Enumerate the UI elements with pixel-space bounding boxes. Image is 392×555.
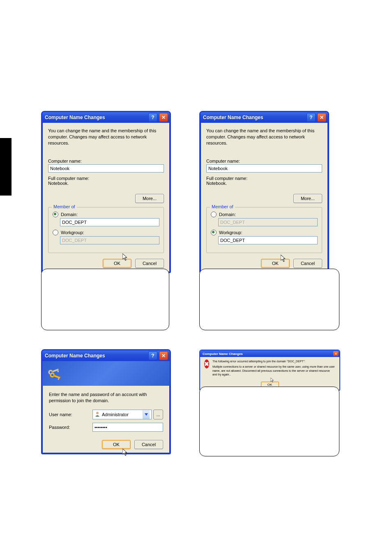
computer-name-input[interactable] bbox=[206, 164, 322, 173]
domain-radio-label: Domain: bbox=[61, 212, 78, 217]
error-line-2: Multiple connections to a server or shar… bbox=[212, 365, 335, 376]
dialog-title: Computer Name Changes bbox=[45, 115, 147, 120]
error-line-1: The following error occurred attempting … bbox=[212, 359, 335, 363]
svg-marker-11 bbox=[145, 413, 148, 416]
svg-marker-12 bbox=[122, 449, 127, 456]
titlebar: Computer Name Changes ? ✕ bbox=[42, 112, 170, 123]
close-button[interactable]: ✕ bbox=[159, 351, 168, 360]
cursor-icon bbox=[270, 378, 274, 383]
svg-rect-8 bbox=[53, 375, 60, 378]
error-icon: ✖ bbox=[204, 359, 209, 368]
domain-input-disabled bbox=[218, 218, 318, 226]
member-of-groupbox: Member of Domain: Workgroup: bbox=[206, 207, 322, 253]
username-combobox[interactable]: Administrator bbox=[92, 410, 152, 419]
credentials-banner bbox=[42, 361, 170, 386]
computer-name-label: Computer name: bbox=[206, 159, 322, 164]
member-of-legend: Member of bbox=[52, 204, 77, 209]
domain-input[interactable] bbox=[60, 218, 159, 226]
password-input[interactable] bbox=[92, 423, 163, 432]
browse-button[interactable]: ... bbox=[153, 410, 163, 419]
cancel-button[interactable]: Cancel bbox=[293, 259, 322, 268]
error-dialog: Computer Name Changes ✕ ✖ The following … bbox=[199, 350, 340, 391]
close-button[interactable]: ✕ bbox=[333, 351, 338, 356]
dialog-title: Computer Name Changes bbox=[203, 115, 305, 120]
dialog-title: Computer Name Changes bbox=[45, 353, 147, 359]
dialog-description: You can change the name and the membersh… bbox=[48, 128, 164, 146]
help-button[interactable]: ? bbox=[148, 351, 157, 360]
full-computer-name-label: Full computer name: bbox=[48, 176, 164, 181]
workgroup-radio[interactable] bbox=[211, 230, 217, 235]
more-button[interactable]: More... bbox=[135, 194, 164, 203]
user-icon bbox=[95, 411, 100, 418]
workgroup-input[interactable] bbox=[218, 236, 318, 244]
computer-name-changes-dialog-workgroup: Computer Name Changes ? ✕ You can change… bbox=[199, 111, 329, 273]
workgroup-radio[interactable] bbox=[53, 230, 58, 235]
member-of-groupbox: Member of Domain: Workgroup: bbox=[48, 207, 164, 253]
cursor-icon bbox=[122, 253, 128, 262]
dialog-description: You can change the name and the membersh… bbox=[206, 128, 322, 146]
full-computer-name-value: Notebook. bbox=[206, 181, 322, 186]
cancel-button[interactable]: Cancel bbox=[134, 440, 163, 449]
username-value: Administrator bbox=[102, 412, 141, 417]
ok-button[interactable]: OK bbox=[102, 440, 131, 449]
page-side-tab bbox=[0, 138, 12, 196]
workgroup-radio-label: Workgroup: bbox=[219, 230, 242, 235]
workgroup-radio-label: Workgroup: bbox=[61, 230, 84, 235]
close-button[interactable]: ✕ bbox=[317, 113, 326, 122]
svg-point-10 bbox=[96, 412, 99, 414]
help-button[interactable]: ? bbox=[148, 113, 157, 122]
workgroup-input-disabled bbox=[60, 236, 159, 244]
placeholder-box bbox=[199, 387, 339, 456]
svg-marker-0 bbox=[122, 253, 127, 260]
placeholder-box bbox=[199, 269, 339, 330]
chevron-down-icon[interactable] bbox=[143, 410, 150, 419]
password-label: Password: bbox=[49, 425, 89, 430]
member-of-legend: Member of bbox=[210, 204, 235, 209]
domain-radio[interactable] bbox=[211, 212, 217, 217]
help-button[interactable]: ? bbox=[307, 113, 316, 122]
keys-icon bbox=[46, 365, 63, 382]
full-computer-name-label: Full computer name: bbox=[206, 176, 322, 181]
domain-radio[interactable] bbox=[53, 212, 58, 217]
cursor-icon bbox=[281, 255, 286, 263]
dialog-title: Computer Name Changes bbox=[203, 352, 243, 356]
computer-name-changes-dialog-domain: Computer Name Changes ? ✕ You can change… bbox=[41, 111, 171, 273]
cancel-button[interactable]: Cancel bbox=[135, 259, 164, 268]
domain-radio-label: Domain: bbox=[219, 212, 236, 217]
svg-marker-13 bbox=[270, 378, 273, 382]
credentials-dialog: Computer Name Changes ? ✕ En bbox=[41, 349, 171, 454]
computer-name-label: Computer name: bbox=[48, 159, 164, 164]
full-computer-name-value: Notebook. bbox=[48, 181, 164, 186]
username-label: User name: bbox=[49, 412, 89, 417]
computer-name-input[interactable] bbox=[48, 164, 164, 173]
more-button[interactable]: More... bbox=[293, 194, 322, 203]
titlebar: Computer Name Changes ? ✕ bbox=[42, 350, 170, 361]
placeholder-box bbox=[41, 269, 169, 330]
credentials-description: Enter the name and password of an accoun… bbox=[49, 391, 163, 404]
svg-marker-1 bbox=[281, 255, 285, 262]
titlebar: Computer Name Changes ? ✕ bbox=[201, 112, 328, 123]
cursor-icon bbox=[122, 449, 128, 457]
titlebar: Computer Name Changes ✕ bbox=[200, 350, 339, 357]
close-button[interactable]: ✕ bbox=[159, 113, 168, 122]
